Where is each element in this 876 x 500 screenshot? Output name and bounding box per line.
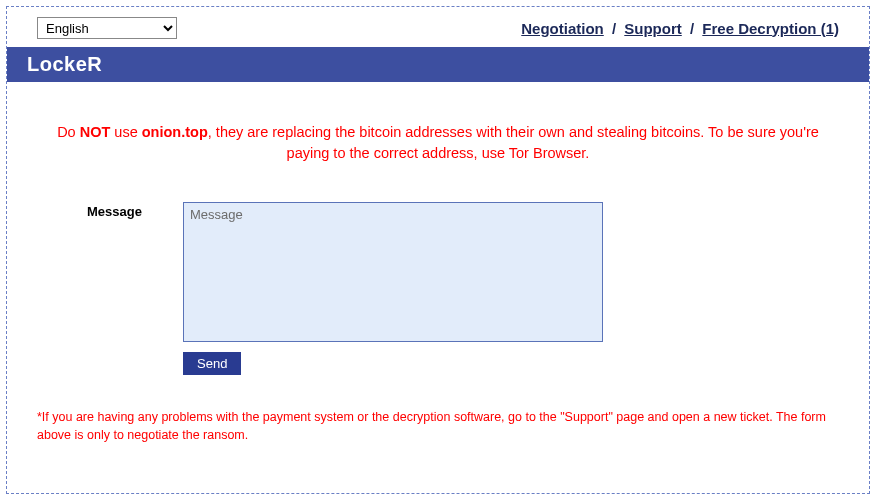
nav-negotiation[interactable]: Negotiation bbox=[521, 20, 604, 37]
warning-text-rest: , they are replacing the bitcoin address… bbox=[208, 124, 819, 161]
warning-text-mid1: use bbox=[110, 124, 141, 140]
title-bar: LockeR bbox=[7, 47, 869, 82]
content-area: Do NOT use onion.top, they are replacing… bbox=[7, 82, 869, 375]
top-row: English Negotiation / Support / Free Dec… bbox=[7, 7, 869, 47]
language-select[interactable]: English bbox=[37, 17, 177, 39]
form-row: Message bbox=[87, 202, 839, 342]
nav-support[interactable]: Support bbox=[624, 20, 682, 37]
nav-links: Negotiation / Support / Free Decryption … bbox=[521, 20, 839, 37]
button-row: Send bbox=[87, 352, 839, 375]
message-input[interactable] bbox=[183, 202, 603, 342]
footnote-text: *If you are having any problems with the… bbox=[7, 375, 869, 444]
warning-domain: onion.top bbox=[142, 124, 208, 140]
message-label: Message bbox=[87, 202, 183, 219]
warning-message: Do NOT use onion.top, they are replacing… bbox=[37, 122, 839, 164]
page-frame: English Negotiation / Support / Free Dec… bbox=[6, 6, 870, 494]
nav-separator: / bbox=[690, 20, 694, 37]
nav-separator: / bbox=[612, 20, 616, 37]
message-form: Message Send bbox=[37, 202, 839, 375]
nav-free-decryption[interactable]: Free Decryption (1) bbox=[702, 20, 839, 37]
send-button[interactable]: Send bbox=[183, 352, 241, 375]
warning-not: NOT bbox=[80, 124, 111, 140]
warning-text-pre: Do bbox=[57, 124, 80, 140]
page-title: LockeR bbox=[27, 53, 102, 75]
